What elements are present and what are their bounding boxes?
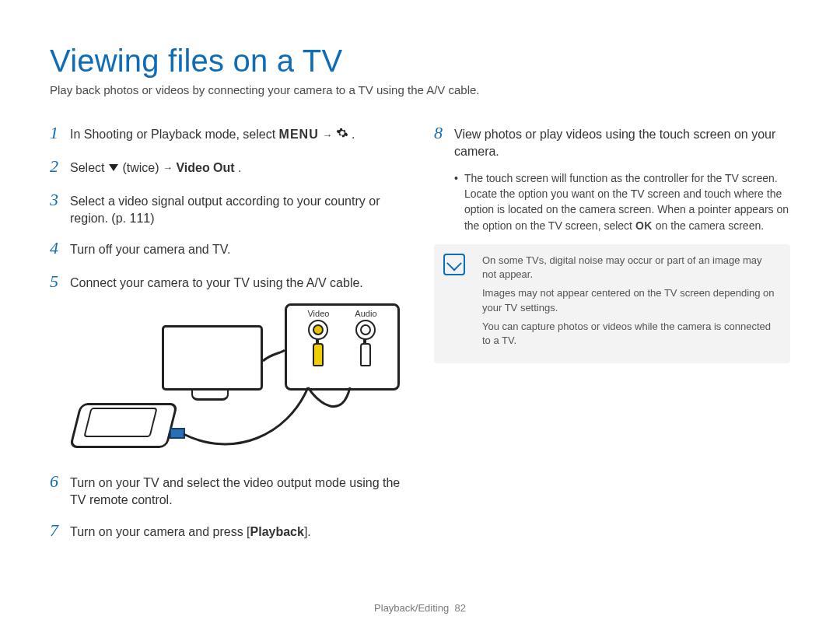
- step-text: Turn on your camera and press [: [70, 525, 250, 538]
- page-intro: Play back photos or videos by connecting…: [50, 83, 790, 96]
- menu-icon: MENU: [279, 128, 319, 141]
- step-text-mid: (twice): [122, 161, 163, 174]
- note-box: On some TVs, digital noise may occur or …: [434, 244, 790, 363]
- step-1: 1 In Shooting or Playback mode, select M…: [50, 121, 406, 145]
- step-number: 6: [50, 470, 62, 494]
- audio-port-label: Audio: [355, 309, 376, 318]
- video-out-label: Video Out: [176, 161, 234, 174]
- note-text: Images may not appear centered on the TV…: [482, 286, 778, 314]
- right-column: 8 View photos or play videos using the t…: [434, 121, 790, 552]
- bullet-icon: [454, 170, 458, 233]
- step-text: Select: [70, 161, 108, 174]
- note-text: You can capture photos or videos while t…: [482, 320, 778, 348]
- step-number: 3: [50, 188, 62, 212]
- audio-port: Audio: [355, 309, 376, 388]
- step-number: 8: [434, 121, 446, 145]
- step-text: View photos or play videos using the tou…: [454, 126, 790, 161]
- step-text-end: ].: [304, 525, 311, 538]
- note-text: On some TVs, digital noise may occur or …: [482, 254, 778, 282]
- video-port: Video: [307, 309, 329, 388]
- step-text: Connect your camera to your TV using the…: [70, 275, 363, 292]
- arrow-icon: →: [322, 128, 332, 142]
- step-text: Turn on your TV and select the video out…: [70, 475, 406, 510]
- step-number: 1: [50, 121, 62, 145]
- step-6: 6 Turn on your TV and select the video o…: [50, 470, 406, 510]
- step-8: 8 View photos or play videos using the t…: [434, 121, 790, 161]
- step-number: 4: [50, 236, 62, 261]
- note-icon: [443, 254, 465, 275]
- step-text: In Shooting or Playback mode, select: [70, 128, 279, 141]
- step-number: 7: [50, 519, 62, 543]
- step-8-details: The touch screen will function as the co…: [454, 170, 790, 233]
- step-2: 2 Select (twice) → Video Out .: [50, 155, 406, 179]
- bullet-text-end: on the camera screen.: [656, 219, 764, 232]
- down-icon: [108, 159, 119, 177]
- footer-section: Playback/Editing: [374, 602, 449, 614]
- step-7: 7 Turn on your camera and press [Playbac…: [50, 519, 406, 543]
- ok-icon: OK: [635, 219, 653, 232]
- step-4: 4 Turn off your camera and TV.: [50, 236, 406, 261]
- step-text: Select a video signal output according t…: [70, 193, 406, 228]
- gear-icon: [336, 127, 348, 144]
- footer-page-number: 82: [454, 602, 465, 614]
- playback-label: Playback: [250, 525, 304, 538]
- step-number: 5: [50, 270, 62, 294]
- av-panel: Video Audio: [285, 303, 400, 391]
- tv-illustration: [162, 325, 263, 400]
- arrow-icon: →: [163, 161, 173, 175]
- step-text-end: .: [352, 128, 355, 141]
- step-number: 2: [50, 155, 62, 179]
- left-column: 1 In Shooting or Playback mode, select M…: [50, 121, 406, 552]
- step-text: Turn off your camera and TV.: [70, 241, 230, 258]
- camera-illustration: [70, 397, 179, 456]
- step-text-end: .: [238, 161, 241, 174]
- video-port-label: Video: [307, 309, 329, 318]
- step-5: 5 Connect your camera to your TV using t…: [50, 270, 406, 294]
- step-3: 3 Select a video signal output according…: [50, 188, 406, 228]
- connection-diagram: Video Audio: [70, 303, 404, 459]
- page-title: Viewing files on a TV: [50, 44, 790, 79]
- page-footer: Playback/Editing 82: [0, 602, 840, 614]
